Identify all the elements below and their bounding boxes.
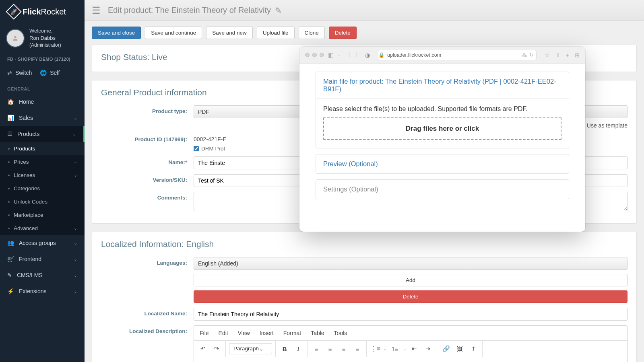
number-list-icon[interactable]: 1≡ bbox=[389, 343, 400, 354]
chevron-down-icon: ⌄ bbox=[259, 346, 264, 352]
chevron-down-icon[interactable]: ⌄ bbox=[338, 53, 341, 57]
reload-icon[interactable]: ↻ bbox=[529, 52, 534, 58]
plus-icon[interactable]: + bbox=[566, 52, 569, 58]
indent-icon[interactable]: ⇥ bbox=[422, 343, 433, 354]
sub-categories[interactable]: Categories bbox=[0, 182, 85, 195]
uploader-window: ◧ ⌄ 〈 〉 ◑ 🔒 uploader.flickrocket.com ⁂ ↻… bbox=[299, 47, 585, 232]
upload-file-button[interactable]: Upload file bbox=[257, 27, 295, 39]
editor-menu: File Edit View Insert Format Table Tools bbox=[194, 326, 627, 341]
chevron-down-icon: ⌄ bbox=[74, 159, 77, 165]
edit-icon: ✎ bbox=[7, 272, 12, 278]
avatar[interactable] bbox=[6, 29, 25, 47]
image-icon[interactable]: 🖼 bbox=[454, 343, 465, 354]
tabs-icon[interactable]: ⊞ bbox=[575, 52, 580, 58]
pencil-icon[interactable]: ✎ bbox=[275, 6, 282, 15]
label-localized-description: Localized Description: bbox=[101, 325, 194, 334]
label-languages: Languages: bbox=[101, 257, 194, 266]
format-select[interactable]: Paragraph ⌄ bbox=[229, 343, 272, 354]
globe-icon: 🌐 bbox=[40, 70, 47, 76]
switch-button[interactable]: ⇄Switch bbox=[7, 70, 32, 76]
nav-extensions[interactable]: ⚡Extensions⌄ bbox=[0, 283, 85, 299]
org-label: FD - SHOPIFY DEMO (17120) bbox=[0, 53, 85, 66]
save-close-button[interactable]: Save and close bbox=[92, 27, 141, 39]
sidebar-toggle-icon[interactable]: ◧ bbox=[328, 51, 334, 59]
brand-logo[interactable]: 🚀 FlickRocket bbox=[0, 0, 85, 23]
back-icon[interactable]: 〈 bbox=[345, 51, 351, 59]
bullet-list-icon[interactable]: ⋮≡ bbox=[370, 343, 381, 354]
undo-icon[interactable]: ↶ bbox=[197, 343, 208, 354]
localized-name-input[interactable] bbox=[194, 308, 627, 321]
sub-unlock-codes[interactable]: Unlock Codes bbox=[0, 195, 85, 208]
rocket-icon: 🚀 bbox=[6, 4, 22, 20]
main-file-link[interactable]: Main file for product: The Einstein Theo… bbox=[323, 78, 556, 93]
url-bar[interactable]: 🔒 uploader.flickrocket.com ⁂ ↻ bbox=[378, 50, 537, 60]
menu-file[interactable]: File bbox=[200, 330, 209, 336]
chevron-down-icon: ⌄ bbox=[74, 173, 77, 178]
menu-tools[interactable]: Tools bbox=[334, 330, 347, 336]
close-dot-icon[interactable] bbox=[305, 53, 310, 57]
chevron-down-icon[interactable]: ⌄ bbox=[403, 347, 406, 351]
star-icon[interactable]: ☆ bbox=[545, 52, 550, 58]
lock-icon: 🔒 bbox=[378, 52, 385, 58]
save-new-button[interactable]: Save and new bbox=[206, 27, 253, 39]
chart-icon: 📊 bbox=[7, 115, 14, 121]
align-center-icon[interactable]: ≡ bbox=[324, 343, 336, 354]
nav-cmslms[interactable]: ✎CMS/LMS⌄ bbox=[0, 267, 85, 283]
preview-card[interactable]: Preview (Optional) bbox=[316, 154, 569, 174]
language-select[interactable]: English (Added) bbox=[194, 257, 627, 270]
nav-frontend[interactable]: 🛒Frontend⌄ bbox=[0, 251, 85, 267]
nav-home[interactable]: 🏠Home bbox=[0, 94, 85, 110]
forward-icon[interactable]: 〉 bbox=[355, 51, 361, 59]
sub-advanced[interactable]: Advanced⌄ bbox=[0, 222, 85, 235]
align-justify-icon[interactable]: ≡ bbox=[352, 343, 363, 354]
sub-prices[interactable]: Prices⌄ bbox=[0, 155, 85, 169]
maximize-dot-icon[interactable] bbox=[320, 53, 324, 57]
use-template-checkbox[interactable]: Use as template bbox=[579, 122, 627, 129]
chevron-down-icon: ⌄ bbox=[74, 226, 77, 231]
sub-marketplace[interactable]: Marketplace bbox=[0, 208, 85, 222]
dropzone[interactable]: Drag files here or click bbox=[323, 117, 561, 140]
menu-view[interactable]: View bbox=[238, 330, 250, 336]
add-language-button[interactable]: Add bbox=[194, 274, 627, 286]
redo-icon[interactable]: ↷ bbox=[211, 343, 222, 354]
section-general: GENERAL bbox=[0, 82, 85, 94]
sub-licenses[interactable]: Licenses⌄ bbox=[0, 169, 85, 182]
nav-sales[interactable]: 📊Sales⌄ bbox=[0, 110, 85, 126]
shield-icon[interactable]: ◑ bbox=[365, 52, 370, 58]
menu-table[interactable]: Table bbox=[311, 330, 324, 336]
share-icon[interactable]: ⇪ bbox=[555, 52, 560, 58]
outdent-icon[interactable]: ⇤ bbox=[409, 343, 420, 354]
products-submenu: Products Prices⌄ Licenses⌄ Categories Un… bbox=[0, 142, 85, 235]
align-right-icon[interactable]: ≡ bbox=[338, 343, 349, 354]
bold-icon[interactable]: B bbox=[279, 343, 290, 354]
editor-toolbar: ↶ ↷ Paragraph ⌄ B I bbox=[194, 341, 627, 357]
italic-icon[interactable]: I bbox=[293, 343, 304, 354]
save-continue-button[interactable]: Save and continue bbox=[145, 27, 202, 39]
hamburger-icon[interactable]: ☰ bbox=[92, 5, 101, 16]
nav-access-groups[interactable]: 👥Access groups⌄ bbox=[0, 235, 85, 251]
minimize-dot-icon[interactable] bbox=[312, 53, 317, 57]
list-icon: ☰ bbox=[7, 131, 12, 137]
settings-card[interactable]: Settings (Optional) bbox=[316, 179, 569, 199]
editor-content[interactable]: The Einstein Theory of Relativity by Hen… bbox=[194, 357, 627, 362]
label-localized-name: Localized Name: bbox=[101, 308, 194, 317]
delete-button[interactable]: Delete bbox=[329, 27, 357, 39]
label-product-type: Product type: bbox=[101, 105, 194, 114]
align-left-icon[interactable]: ≡ bbox=[311, 343, 322, 354]
translate-icon[interactable]: ⁂ bbox=[522, 52, 527, 58]
menu-edit[interactable]: Edit bbox=[219, 330, 228, 336]
menu-format[interactable]: Format bbox=[283, 330, 301, 336]
upload-icon[interactable]: ⤴ bbox=[468, 343, 479, 354]
menu-insert[interactable]: Insert bbox=[260, 330, 274, 336]
label-comments: Comments: bbox=[101, 192, 194, 201]
self-button[interactable]: 🌐Self bbox=[40, 70, 60, 76]
link-icon[interactable]: 🔗 bbox=[440, 343, 452, 354]
clone-button[interactable]: Clone bbox=[299, 27, 325, 39]
chevron-down-icon[interactable]: ⌄ bbox=[384, 347, 387, 351]
rich-text-editor: File Edit View Insert Format Table Tools bbox=[194, 325, 627, 362]
nav-products[interactable]: ☰Products⌄ bbox=[0, 126, 85, 142]
delete-language-button[interactable]: Delete bbox=[194, 290, 627, 303]
sub-products[interactable]: Products bbox=[0, 142, 85, 155]
sidebar: 🚀 FlickRocket Welcome, Ron Dabbs (Admini… bbox=[0, 0, 85, 362]
user-role: (Administrator) bbox=[29, 42, 61, 49]
